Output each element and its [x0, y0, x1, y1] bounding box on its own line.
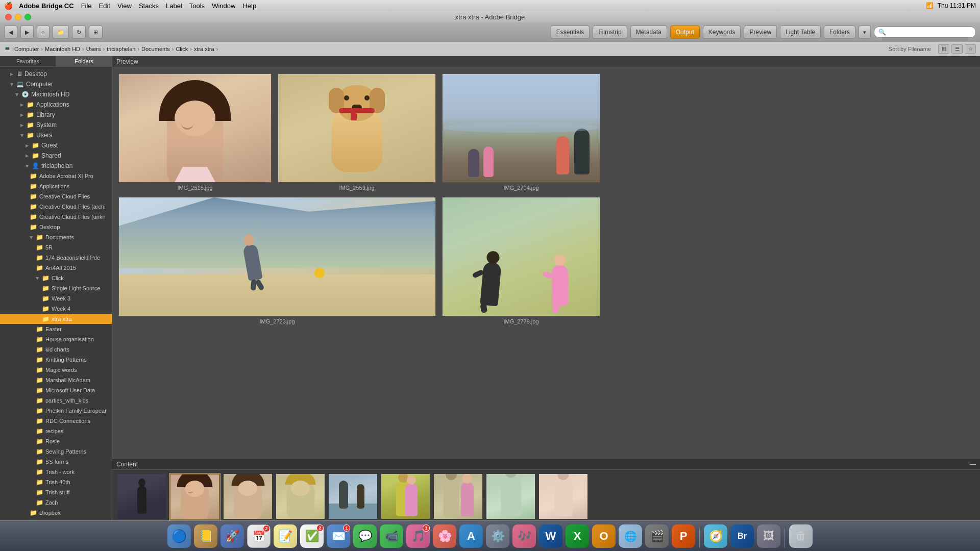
- path-user[interactable]: triciaphelan: [107, 46, 135, 52]
- dock-word[interactable]: W: [539, 524, 562, 548]
- folders-tab[interactable]: Folders: [56, 56, 112, 66]
- sidebar-item-click[interactable]: ▶ 📁 Click: [0, 273, 112, 283]
- thumb-item-5[interactable]: IMG_2521.jpg: [328, 473, 378, 528]
- sidebar-item-dropbox[interactable]: 📁 Dropbox: [0, 508, 112, 518]
- sidebar-item-ss-forms[interactable]: 📁 SS forms: [0, 457, 112, 467]
- dock-itunes[interactable]: 🎵 1: [406, 524, 430, 548]
- dock-photos[interactable]: 🌸: [433, 524, 456, 548]
- dock-messages[interactable]: 💬: [353, 524, 377, 548]
- dock-appstore[interactable]: A: [459, 524, 483, 548]
- tab-folders[interactable]: Folders: [824, 26, 855, 39]
- menu-label[interactable]: Label: [166, 2, 182, 10]
- tab-light-table[interactable]: Light Table: [780, 26, 821, 39]
- preview-button[interactable]: ⊞: [89, 26, 103, 39]
- dock-powerpoint[interactable]: P: [672, 524, 695, 548]
- tab-essentials[interactable]: Essentials: [551, 26, 590, 39]
- menu-help[interactable]: Help: [242, 2, 256, 10]
- forward-button[interactable]: ▶: [20, 26, 34, 39]
- dock-finder[interactable]: 🔵: [167, 524, 191, 548]
- sidebar-item-zach[interactable]: 📁 Zach: [0, 497, 112, 508]
- sidebar-item-house-org[interactable]: 📁 House organisation: [0, 334, 112, 344]
- dock-network[interactable]: 🌐: [619, 524, 642, 548]
- path-xtra[interactable]: xtra xtra: [194, 46, 214, 52]
- menu-tools[interactable]: Tools: [189, 2, 205, 10]
- sidebar-item-week4[interactable]: 📁 Week 4: [0, 304, 112, 314]
- dock-music[interactable]: 🎶: [512, 524, 536, 548]
- sidebar-item-5r[interactable]: 📁 5R: [0, 242, 112, 253]
- sidebar-item-documents[interactable]: ▶ 📁 Documents: [0, 232, 112, 242]
- dock-bridge[interactable]: Br: [730, 524, 754, 548]
- sidebar-item-computer[interactable]: ▶ 💻 Computer: [0, 79, 112, 89]
- apple-menu[interactable]: 🍎: [4, 2, 13, 10]
- view-list[interactable]: ☰: [951, 44, 963, 54]
- sidebar-item-174[interactable]: 📁 174 Beaconsfield Pde: [0, 253, 112, 263]
- path-macintosh[interactable]: Macintosh HD: [45, 46, 80, 52]
- dock-calendar[interactable]: 📅 2: [247, 524, 271, 548]
- sidebar-item-phelkin[interactable]: 📁 Phelkin Family European Adve: [0, 406, 112, 416]
- sidebar-item-apps2[interactable]: 📁 Applications: [0, 181, 112, 191]
- sidebar-item-shared[interactable]: ▶ 📁 Shared: [0, 151, 112, 161]
- dock-safari[interactable]: 🧭: [704, 524, 727, 548]
- sidebar-item-applications[interactable]: ▶ 📁 Applications: [0, 99, 112, 110]
- more-options[interactable]: ▾: [859, 26, 871, 39]
- dock-launchpad[interactable]: 🚀: [220, 524, 244, 548]
- thumb-item-6[interactable]: IMG_2524.jpg: [380, 473, 431, 528]
- sidebar-item-week3[interactable]: 📁 Week 3: [0, 293, 112, 304]
- path-users[interactable]: Users: [86, 46, 101, 52]
- thumb-item-7[interactable]: IMG_2527.jpg: [433, 473, 483, 528]
- sidebar-item-library[interactable]: ▶ 📁 Library: [0, 110, 112, 120]
- tab-output[interactable]: Output: [670, 26, 700, 39]
- sidebar-item-rdc[interactable]: 📁 RDC Connections: [0, 416, 112, 426]
- collapse-icon[interactable]: —: [970, 461, 976, 468]
- view-grid[interactable]: ⊞: [938, 44, 949, 54]
- menu-window[interactable]: Window: [212, 2, 235, 10]
- sidebar-item-easter[interactable]: 📁 Easter: [0, 324, 112, 334]
- minimize-button[interactable]: [15, 14, 21, 20]
- sidebar-item-magic-words[interactable]: 📁 Magic words: [0, 365, 112, 375]
- sidebar-item-cc-archived[interactable]: 📁 Creative Cloud Files (archived) (: [0, 202, 112, 212]
- dock-mail[interactable]: ✉️ 1: [327, 524, 350, 548]
- thumb-item-8[interactable]: IMG_2529.jpg: [485, 473, 536, 528]
- dock-syspref[interactable]: ⚙️: [486, 524, 509, 548]
- menu-app[interactable]: Adobe Bridge CC: [19, 2, 74, 10]
- sidebar-item-knitting[interactable]: 📁 Knitting Patterns: [0, 355, 112, 365]
- tab-keywords[interactable]: Keywords: [703, 26, 741, 39]
- path-documents[interactable]: Documents: [141, 46, 170, 52]
- thumb-item-4[interactable]: IMG_2520.jpg: [275, 473, 326, 528]
- nav-button[interactable]: ⌂: [37, 26, 50, 39]
- sidebar-item-single-light[interactable]: 📁 Single Light Source: [0, 283, 112, 293]
- back-button[interactable]: ◀: [4, 26, 17, 39]
- sidebar-item-trish-40[interactable]: 📁 Trish 40th: [0, 477, 112, 487]
- thumb-item-1[interactable]: IMG_2513.jpg: [116, 473, 167, 528]
- menu-view[interactable]: View: [117, 2, 132, 10]
- sidebar-item-trish-stuff[interactable]: 📁 Trish stuff: [0, 487, 112, 497]
- search-input[interactable]: [874, 27, 976, 38]
- sidebar-item-recipes[interactable]: 📁 recipes: [0, 426, 112, 436]
- sidebar-item-desktop2[interactable]: 📁 Desktop: [0, 222, 112, 232]
- sidebar-item-ms-user[interactable]: 📁 Microsoft User Data: [0, 385, 112, 395]
- favorites-tab[interactable]: Favorites: [0, 56, 56, 66]
- tab-metadata[interactable]: Metadata: [630, 26, 667, 39]
- path-computer[interactable]: Computer: [14, 46, 39, 52]
- dock-trash[interactable]: 🗑: [789, 524, 813, 548]
- sidebar-item-xtra[interactable]: 📁 xtra xtra: [0, 314, 112, 324]
- maximize-button[interactable]: [24, 14, 31, 20]
- sidebar-item-acrobat[interactable]: 📁 Adobe Acrobat XI Pro: [0, 171, 112, 181]
- sidebar-item-macintosh[interactable]: ▶ 💿 Macintosh HD: [0, 89, 112, 99]
- menu-file[interactable]: File: [81, 2, 92, 10]
- sidebar-item-kid-charts[interactable]: 📁 kid charts: [0, 344, 112, 355]
- sidebar-item-cc-files[interactable]: 📁 Creative Cloud Files: [0, 191, 112, 202]
- sidebar-item-desktop[interactable]: ▶ 🖥 Desktop: [0, 69, 112, 79]
- sidebar-item-users[interactable]: ▶ 📁 Users: [0, 130, 112, 140]
- thumb-item-3[interactable]: IMG_2516.jpg: [223, 473, 273, 528]
- dock-excel[interactable]: X: [566, 524, 589, 548]
- dock-ps[interactable]: O: [592, 524, 616, 548]
- dock-contacts[interactable]: 📒: [194, 524, 217, 548]
- refresh-button[interactable]: ↻: [72, 26, 86, 39]
- dock-preview[interactable]: 🖼: [757, 524, 780, 548]
- sidebar-item-system[interactable]: ▶ 📁 System: [0, 120, 112, 130]
- folder-button[interactable]: 📁: [53, 26, 69, 39]
- thumb-item-9[interactable]: IMG_2531.jpg: [538, 473, 589, 528]
- sidebar-item-marshall[interactable]: 📁 Marshall McAdam: [0, 375, 112, 385]
- sidebar-item-sewing[interactable]: 📁 Sewing Patterns: [0, 446, 112, 457]
